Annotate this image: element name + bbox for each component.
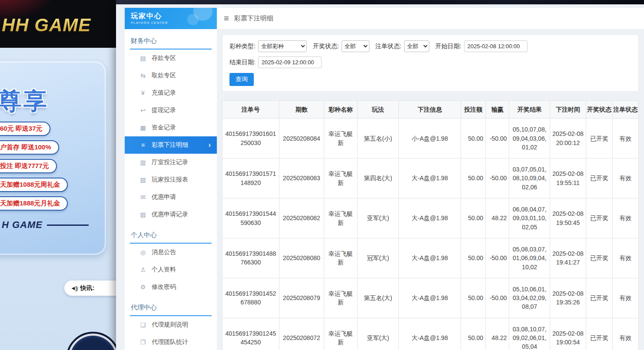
promo-title: 尊享 <box>0 86 106 117</box>
deposit-icon: ▤ <box>139 55 146 62</box>
col-header: 开奖状态 <box>586 101 612 119</box>
sidebar-item-promo-apply[interactable]: ✉ 优惠申请 <box>125 188 217 206</box>
table-row: 401569173901245454250 20250208072 幸运飞艇新 … <box>222 318 639 350</box>
sidebar-item-agent-team-stats[interactable]: ❐ 代理团队统计 <box>125 333 217 350</box>
cell-result: 05,10,07,08,09,04,03,06,01,02 <box>509 119 550 158</box>
sidebar-item-hall-bet-records[interactable]: ▥ 厅室投注记录 <box>125 154 217 171</box>
col-header: 玩法 <box>357 101 398 119</box>
cell-bet-amount: 50.00 <box>461 198 485 238</box>
main-area: ≡ 彩票下注明细 彩种类型: 全部彩种 开奖状态: <box>217 8 644 350</box>
cell-play: 冠军(大) <box>357 238 398 278</box>
sidebar-header: 玩家中心 PLAYERS CENTER <box>125 8 217 29</box>
cell-result: 05,10,06,01,03,04,02,09,08,07 <box>509 278 550 318</box>
promo-pill: 户首存 即送100% <box>0 140 59 155</box>
promo-banner: 尊享 60元 即送37元 户首存 即送100% 投注 即送7777元 天加赠10… <box>0 61 106 255</box>
sidebar-item-label: 彩票下注明细 <box>152 141 188 149</box>
cell-draw-status: 已开奖 <box>586 158 612 198</box>
cell-winloss: 48.22 <box>486 318 509 350</box>
cell-play: 亚军(大) <box>357 198 398 238</box>
col-header: 下注信息 <box>399 101 461 119</box>
cell-bet-time: 2025-02-08 19:55:11 <box>550 158 586 198</box>
withdraw-icon: ⇆ <box>139 72 146 79</box>
cell-order-no: 401569173901544590630 <box>222 198 279 238</box>
sidebar-item-withdrawal-records[interactable]: ↩ 提现记录 <box>125 102 217 119</box>
player-center-panel: 玩家中心 PLAYERS CENTER 财务中心 ▤ 存款专区 ⇆ 取款专区 ¥… <box>116 4 644 350</box>
promo-pill: 投注 即送7777元 <box>0 159 57 173</box>
section-heading-agent: 代理中心 <box>130 299 212 316</box>
promo-pill: 天加赠1888元月礼金 <box>0 196 68 211</box>
sidebar: 玩家中心 PLAYERS CENTER 财务中心 ▤ 存款专区 ⇆ 取款专区 ¥… <box>125 8 217 350</box>
draw-status-select[interactable]: 全部 <box>342 40 369 52</box>
sidebar-item-deposit[interactable]: ▤ 存款专区 <box>125 50 217 67</box>
page-title: 彩票下注明细 <box>234 14 273 23</box>
cell-play: 第五名(大) <box>357 278 398 318</box>
sidebar-item-profile[interactable]: ♙ 个人资料 <box>125 261 217 278</box>
table-row: 401569173901452678880 20250208079 幸运飞艇新 … <box>222 278 639 318</box>
sidebar-item-fund-records[interactable]: ▦ 资金记录 <box>125 119 217 136</box>
site-logo: HH GAME <box>2 15 91 36</box>
sidebar-item-label: 代理规则说明 <box>152 321 188 329</box>
announcement-icon: ◎ <box>139 249 146 256</box>
sidebar-item-promo-apply-records[interactable]: ▨ 优惠申请记录 <box>125 206 217 223</box>
cell-order-no: 401569173901488766300 <box>222 238 279 278</box>
badge-logo <box>66 332 120 350</box>
sidebar-item-change-password[interactable]: ⚙ 修改密码 <box>125 278 217 296</box>
cell-issue: 20250208080 <box>279 238 324 278</box>
chevron-right-icon: › <box>209 141 211 149</box>
sidebar-item-player-bet-report[interactable]: ▧ 玩家投注报表 <box>125 171 217 188</box>
sidebar-item-withdraw[interactable]: ⇆ 取款专区 <box>125 67 217 84</box>
promo-record-icon: ▨ <box>139 211 146 218</box>
cell-draw-status: 已开奖 <box>586 119 612 158</box>
end-date-input[interactable] <box>258 56 322 68</box>
sidebar-item-label: 存款专区 <box>152 54 176 62</box>
sidebar-item-label: 修改密码 <box>152 283 176 291</box>
cell-order-status: 有效 <box>612 238 638 278</box>
decorative-circle <box>187 14 199 25</box>
cell-result: 05,08,03,07,01,06,09,04,10,02 <box>509 238 550 278</box>
sidebar-item-announcements[interactable]: ◎ 消息公告 <box>125 244 217 261</box>
cell-order-no: 401569173901245454250 <box>222 318 279 350</box>
brand-line <box>47 225 89 226</box>
cell-winloss: -50.00 <box>486 278 509 318</box>
hamburger-menu-icon[interactable]: ≡ <box>224 13 229 23</box>
lottery-type-select[interactable]: 全部彩种 <box>258 40 307 52</box>
col-header: 期数 <box>279 101 324 119</box>
cell-order-no: 401569173901452678880 <box>222 278 279 318</box>
table-header-row: 注单号 期数 彩种名称 玩法 下注信息 投注额 输赢 开奖结果 下注时间 开奖状… <box>222 101 639 119</box>
sidebar-item-label: 代理团队统计 <box>152 338 188 346</box>
order-status-select[interactable]: 全部 <box>404 40 429 52</box>
speaker-icon: ◄)) <box>70 285 77 291</box>
sidebar-item-recharge-records[interactable]: ¥ 充值记录 <box>125 84 217 102</box>
sidebar-item-label: 个人资料 <box>152 266 176 274</box>
sidebar-item-label: 优惠申请 <box>152 193 176 201</box>
sidebar-item-agent-rules[interactable]: ❏ 代理规则说明 <box>125 316 217 333</box>
start-date-label: 开始日期: <box>435 43 461 50</box>
cell-order-status: 有效 <box>612 278 638 318</box>
sidebar-item-label: 取款专区 <box>152 72 176 79</box>
cell-winloss: -50.00 <box>486 238 509 278</box>
cell-bet-info: 大-A盘@1.98 <box>399 198 461 238</box>
filter-card: 彩种类型: 全部彩种 开奖状态: 全部 注单状态: <box>222 34 639 92</box>
person-icon: ♙ <box>139 266 146 273</box>
promo-apply-icon: ✉ <box>139 194 146 201</box>
cell-bet-info: 大-A盘@1.98 <box>399 158 461 198</box>
cell-bet-amount: 50.00 <box>461 119 485 158</box>
col-header: 注单号 <box>222 101 279 119</box>
cell-bet-info: 小-A盘@1.98 <box>399 119 461 158</box>
search-button[interactable]: 查询 <box>229 73 254 86</box>
cell-draw-status: 已开奖 <box>586 278 612 318</box>
lottery-detail-icon: ≡ <box>139 142 146 149</box>
banner-brand-text: H GAME <box>2 219 43 231</box>
start-date-input[interactable] <box>464 40 528 52</box>
sidebar-item-lottery-bet-details[interactable]: ≡ 彩票下注明细 › <box>125 136 217 154</box>
bet-table: 注单号 期数 彩种名称 玩法 下注信息 投注额 输赢 开奖结果 下注时间 开奖状… <box>222 100 639 350</box>
funds-icon: ▦ <box>139 124 146 131</box>
cell-lottery: 幸运飞艇新 <box>324 158 357 198</box>
cell-winloss: -50.00 <box>486 158 509 198</box>
cell-issue: 20250208072 <box>279 318 324 350</box>
cell-winloss: 48.22 <box>486 198 509 238</box>
cell-bet-info: 大-A盘@1.98 <box>399 318 461 350</box>
end-date-label: 结束日期: <box>229 59 256 66</box>
cell-issue: 20250208083 <box>279 158 324 198</box>
ticker-label: 快讯: <box>80 284 95 292</box>
